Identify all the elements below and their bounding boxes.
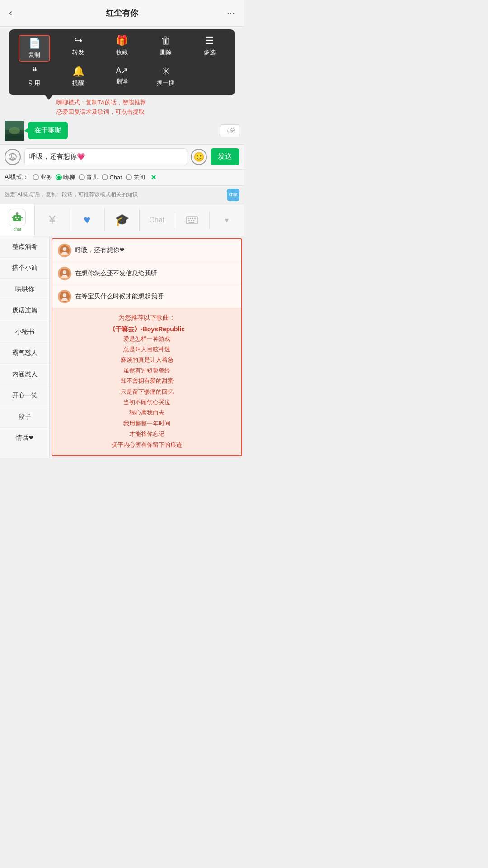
ai-mode-label: Ai模式：	[5, 173, 29, 181]
context-menu-row-1: 📄 复制 ↪ 转发 🎁 收藏 🗑 删除 ☰ 多选	[13, 35, 231, 62]
response-avatar-inner-0	[60, 245, 70, 255]
response-avatar-1	[58, 267, 71, 280]
svg-rect-21	[191, 220, 192, 221]
message-input[interactable]	[24, 148, 187, 165]
svg-rect-16	[188, 218, 189, 219]
context-menu-container: 📄 复制 ↪ 转发 🎁 收藏 🗑 删除 ☰ 多选 ❝ 引用	[5, 29, 239, 95]
chat-bubble: 在干嘛呢	[28, 122, 68, 139]
func-graduation[interactable]: 🎓	[105, 208, 140, 231]
sidebar-item-0[interactable]: 整点酒肴	[0, 236, 49, 258]
response-text-2: 在等宝贝什么时候才能想起我呀	[75, 292, 164, 301]
send-button[interactable]: 发送	[211, 148, 239, 165]
sidebar-item-8[interactable]: 段子	[0, 406, 49, 428]
more-button[interactable]: ···	[225, 5, 237, 21]
chat-bubble-text: 在干嘛呢	[34, 126, 61, 134]
func-keyboard[interactable]	[174, 212, 209, 229]
yen-icon: ¥	[49, 213, 55, 227]
emoji-button[interactable]: 🙂	[191, 149, 207, 165]
radio-yewu-label: 业务	[40, 173, 52, 181]
sidebar-item-6[interactable]: 内涵怼人	[0, 364, 49, 385]
context-menu: 📄 复制 ↪ 转发 🎁 收藏 🗑 删除 ☰ 多选 ❝ 引用	[9, 29, 235, 95]
ai-hint-bar: 选定"Ai模式"后，复制一段话，可推荐该模式相关的知识 chat	[0, 186, 244, 204]
svg-rect-3	[5, 134, 24, 141]
page-title: 红尘有你	[106, 8, 138, 19]
ai-mode-guanbi[interactable]: 关闭	[126, 173, 145, 181]
response-item-2[interactable]: 在等宝贝什么时候才能想起我呀	[52, 285, 241, 308]
right-panel: 呼吸，还有想你❤ 在想你怎么还不发信息给我呀	[52, 238, 242, 456]
chat-icon-label: chat	[229, 192, 238, 197]
radio-chat-circle	[102, 174, 108, 180]
context-menu-row-2: ❝ 引用 🔔 提醒 A↗ 翻译 ✳ 搜一搜	[13, 66, 231, 87]
svg-rect-22	[193, 220, 194, 221]
context-menu-quote[interactable]: ❝ 引用	[19, 66, 50, 87]
lyric-0: 爱是怎样一种游戏	[58, 334, 236, 344]
heart-icon: ♥	[84, 213, 90, 227]
multiselect-label: 多选	[204, 48, 216, 57]
person-icon-2	[61, 292, 69, 301]
person-icon-0	[61, 246, 69, 255]
svg-rect-19	[194, 218, 196, 219]
func-heart[interactable]: ♥	[70, 208, 105, 231]
ai-mode-haijiao[interactable]: 嗨聊	[56, 173, 75, 181]
radio-yewu-circle	[33, 174, 39, 180]
sidebar-item-1[interactable]: 搭个小讪	[0, 258, 49, 279]
context-menu-search[interactable]: ✳ 搜一搜	[150, 66, 182, 87]
sidebar-item-5[interactable]: 霸气怼人	[0, 343, 49, 364]
context-menu-copy[interactable]: 📄 复制	[19, 35, 50, 62]
sidebar-item-4[interactable]: 小秘书	[0, 321, 49, 343]
sidebar-item-2[interactable]: 哄哄你	[0, 279, 49, 300]
lyric-2: 麻烦的真是让人着急	[58, 354, 236, 365]
context-menu-translate[interactable]: A↗ 翻译	[106, 66, 138, 87]
ai-mode-chat[interactable]: Chat	[102, 174, 122, 181]
copy-icon: 📄	[28, 38, 41, 49]
func-arrow-down[interactable]: ▼	[210, 212, 244, 228]
ai-mode-yewu[interactable]: 业务	[33, 173, 52, 181]
back-button[interactable]: ‹	[7, 5, 14, 21]
lyric-9: 才能将你忘记	[58, 429, 236, 439]
ai-hint-text: 选定"Ai模式"后，复制一段话，可推荐该模式相关的知识	[5, 191, 138, 198]
response-item-0[interactable]: 呼吸，还有想你❤	[52, 239, 241, 262]
context-menu-collect[interactable]: 🎁 收藏	[106, 35, 138, 62]
response-item-1[interactable]: 在想你怎么还不发信息给我呀	[52, 262, 241, 285]
multiselect-icon: ☰	[205, 35, 214, 47]
ai-mode-close[interactable]: ✕	[150, 173, 156, 182]
song-rec-title: 为您推荐以下歌曲：	[58, 314, 236, 322]
radio-yuer-label: 育儿	[86, 173, 98, 181]
radio-guanbi-label: 关闭	[133, 173, 145, 181]
delete-icon: 🗑	[161, 35, 171, 47]
lyric-10: 抚平内心所有你留下的痕迹	[58, 439, 236, 450]
search-one-label: 搜一搜	[157, 79, 174, 87]
context-menu-multiselect[interactable]: ☰ 多选	[194, 35, 225, 62]
radio-chat-label: Chat	[109, 174, 122, 181]
remind-icon: 🔔	[72, 66, 84, 77]
sidebar-item-9[interactable]: 情话❤	[0, 428, 49, 448]
sidebar-item-3[interactable]: 废话连篇	[0, 300, 49, 321]
main-content: 整点酒肴 搭个小讪 哄哄你 废话连篇 小秘书 霸气怼人 内涵怼人 开心一笑 段子…	[0, 236, 244, 458]
forward-label: 转发	[72, 48, 84, 57]
song-title: 《干嘛去》-BoysRepublic	[58, 326, 236, 334]
context-menu-forward[interactable]: ↪ 转发	[62, 35, 94, 62]
ai-mode-yuer[interactable]: 育儿	[79, 173, 98, 181]
quote-label: 引用	[28, 79, 40, 87]
func-bar: chat ¥ ♥ 🎓 Chat ▼	[0, 204, 244, 236]
context-menu-delete[interactable]: 🗑 删除	[150, 35, 182, 62]
context-menu-remind[interactable]: 🔔 提醒	[62, 66, 94, 87]
chat-text-icon: Chat	[149, 216, 164, 224]
collect-label: 收藏	[116, 48, 128, 57]
func-yen[interactable]: ¥	[35, 208, 70, 231]
translate-label: 翻译	[116, 77, 128, 85]
radio-haijiao-label: 嗨聊	[63, 173, 75, 181]
lyric-5: 只是留下惨痛的回忆	[58, 387, 236, 397]
svg-rect-23	[189, 222, 194, 223]
voice-button[interactable]	[5, 149, 21, 165]
response-avatar-inner-1	[60, 269, 70, 278]
chat-small-icon[interactable]: chat	[227, 189, 239, 201]
lyric-4: 却不曾拥有爱的甜蜜	[58, 376, 236, 386]
func-robot[interactable]: chat	[0, 204, 35, 236]
func-chat-text[interactable]: Chat	[140, 212, 174, 229]
keyboard-icon	[186, 216, 198, 224]
svg-rect-18	[192, 218, 193, 219]
svg-rect-17	[190, 218, 191, 219]
chat-avatar	[5, 121, 24, 141]
sidebar-item-7[interactable]: 开心一笑	[0, 385, 49, 406]
